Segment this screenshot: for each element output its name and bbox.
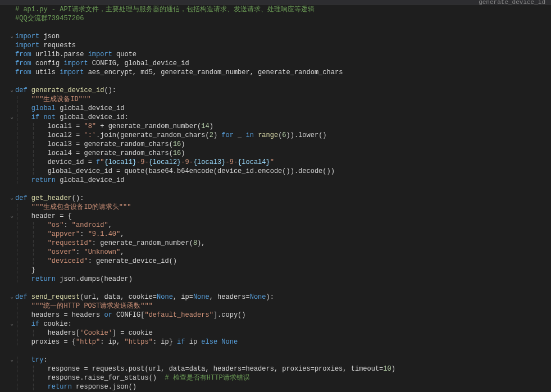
fold-marker[interactable] <box>0 355 15 364</box>
code-line[interactable] <box>15 185 551 194</box>
code-line[interactable]: # api.py - API请求文件，主要处理与服务器的通信，包括构造请求、发送… <box>15 5 551 14</box>
code-line[interactable] <box>15 347 551 355</box>
fold-marker <box>0 50 15 59</box>
fold-marker <box>0 158 15 167</box>
code-line[interactable]: from urllib.parse import quote <box>15 50 551 59</box>
fold-marker <box>0 95 15 104</box>
fold-marker <box>0 185 15 194</box>
fold-marker <box>0 311 15 320</box>
code-line[interactable]: ¦ return json.dumps(header) <box>15 275 551 284</box>
code-line[interactable] <box>15 23 551 32</box>
code-line[interactable]: ¦ if cookie: <box>15 320 551 329</box>
fold-marker <box>0 373 15 382</box>
code-line[interactable] <box>15 77 551 86</box>
code-line[interactable]: ¦ ¦ "appver": "9.1.40", <box>15 230 551 239</box>
fold-marker <box>0 14 15 23</box>
fold-marker <box>0 248 15 257</box>
code-line[interactable]: ¦ try: <box>15 355 551 364</box>
fold-marker <box>0 41 15 50</box>
fold-marker <box>0 284 15 293</box>
code-line[interactable] <box>15 284 551 293</box>
code-line[interactable]: ¦ headers = headers or CONFIG["default_h… <box>15 311 551 320</box>
breadcrumb[interactable]: generate_device_id <box>479 0 545 6</box>
code-line[interactable]: ¦ proxies = {"http": ip, "https": ip} if… <box>15 338 551 347</box>
code-line[interactable]: ¦ ¦ local4 = generate_random_chars(16) <box>15 149 551 158</box>
fold-marker <box>0 167 15 176</box>
code-line[interactable]: ¦ ¦ response.raise_for_status() # 检查是否有H… <box>15 373 551 382</box>
code-line[interactable]: import json <box>15 32 551 41</box>
code-line[interactable]: ¦ ¦ response = requests.post(url, data=d… <box>15 364 551 373</box>
fold-marker <box>0 221 15 230</box>
code-line[interactable]: ¦ ¦ headers['Cookie'] = cookie <box>15 329 551 338</box>
fold-marker <box>0 176 15 185</box>
code-line[interactable]: ¦ } <box>15 266 551 275</box>
code-line[interactable]: ¦ """生成包含设备ID的请求头""" <box>15 203 551 212</box>
fold-marker[interactable] <box>0 113 15 122</box>
code-line[interactable]: ¦ ¦ return response.json() <box>15 382 551 391</box>
code-line[interactable]: ¦ ¦ global_device_id = quote(base64.b64e… <box>15 167 551 176</box>
code-line[interactable]: #QQ交流群739457206 <box>15 14 551 23</box>
fold-marker <box>0 266 15 275</box>
fold-marker <box>0 104 15 113</box>
fold-marker <box>0 302 15 311</box>
fold-marker <box>0 122 15 131</box>
fold-marker <box>0 203 15 212</box>
fold-marker[interactable] <box>0 320 15 329</box>
fold-marker <box>0 364 15 373</box>
code-line[interactable]: ¦ ¦ "os": "android", <box>15 221 551 230</box>
code-line[interactable]: ¦ global global_device_id <box>15 104 551 113</box>
code-line[interactable]: ¦ if not global_device_id: <box>15 113 551 122</box>
code-line[interactable]: def send_request(url, data, cookie=None,… <box>15 293 551 302</box>
code-line[interactable]: ¦ ¦ local3 = generate_random_chars(16) <box>15 140 551 149</box>
fold-marker <box>0 5 15 14</box>
code-line[interactable]: ¦ ¦ local2 = ':'.join(generate_random_ch… <box>15 131 551 140</box>
fold-marker <box>0 23 15 32</box>
fold-marker <box>0 382 15 391</box>
code-line[interactable]: ¦ ¦ local1 = "8" + generate_random_numbe… <box>15 122 551 131</box>
fold-marker <box>0 140 15 149</box>
code-line[interactable]: ¦ """统一的HTTP POST请求发送函数""" <box>15 302 551 311</box>
code-line[interactable]: import requests <box>15 41 551 50</box>
fold-marker[interactable] <box>0 293 15 302</box>
code-line[interactable]: ¦ header = { <box>15 212 551 221</box>
code-editor[interactable]: # api.py - API请求文件，主要处理与服务器的通信，包括构造请求、发送… <box>0 4 551 391</box>
fold-marker[interactable] <box>0 86 15 95</box>
code-area[interactable]: # api.py - API请求文件，主要处理与服务器的通信，包括构造请求、发送… <box>15 4 551 391</box>
code-line[interactable]: def get_header(): <box>15 194 551 203</box>
fold-marker <box>0 68 15 77</box>
fold-marker <box>0 329 15 338</box>
fold-marker <box>0 347 15 355</box>
code-line[interactable]: def generate_device_id(): <box>15 86 551 95</box>
code-line[interactable]: ¦ """生成设备ID""" <box>15 95 551 104</box>
fold-marker <box>0 59 15 68</box>
fold-marker <box>0 230 15 239</box>
fold-marker[interactable] <box>0 32 15 41</box>
fold-marker <box>0 275 15 284</box>
code-line[interactable]: ¦ ¦ device_id = f"{local1}-9-{local2}-9-… <box>15 158 551 167</box>
fold-marker <box>0 239 15 248</box>
code-line[interactable]: ¦ ¦ "requestId": generate_random_number(… <box>15 239 551 248</box>
code-line[interactable]: from utils import aes_encrypt, md5, gene… <box>15 68 551 77</box>
code-line[interactable]: ¦ ¦ "osver": "Unknown", <box>15 248 551 257</box>
fold-gutter[interactable] <box>0 4 15 391</box>
code-line[interactable]: from config import CONFIG, global_device… <box>15 59 551 68</box>
fold-marker <box>0 149 15 158</box>
fold-marker <box>0 131 15 140</box>
fold-marker <box>0 77 15 86</box>
fold-marker[interactable] <box>0 212 15 221</box>
code-line[interactable]: ¦ return global_device_id <box>15 176 551 185</box>
fold-marker <box>0 338 15 347</box>
fold-marker <box>0 257 15 266</box>
editor-topbar: generate_device_id <box>0 0 551 4</box>
code-line[interactable]: ¦ ¦ "deviceId": generate_device_id() <box>15 257 551 266</box>
fold-marker[interactable] <box>0 194 15 203</box>
